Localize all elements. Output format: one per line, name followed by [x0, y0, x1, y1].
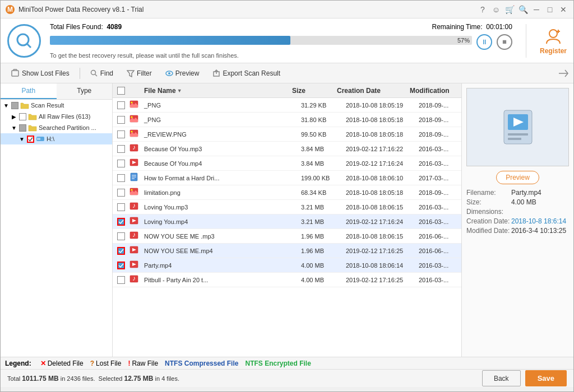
maximize-button[interactable]: □ — [544, 4, 556, 15]
pause-button[interactable]: ⏸ — [476, 34, 492, 50]
cell-creation-10: 2019-02-12 17:16:25 — [344, 245, 416, 256]
expand-icon-h[interactable]: ▼ — [18, 136, 25, 142]
row-checkbox-2[interactable] — [117, 130, 125, 138]
table-row[interactable]: ♪ Loving You.mp3 3.21 MB 2018-10-08 18:0… — [113, 200, 461, 214]
cell-name-3: Because Of You.mp3 — [142, 143, 299, 155]
table-row[interactable]: _REVIEW.PNG 99.50 KB 2018-10-08 18:05:18… — [113, 127, 461, 142]
tree-checkbox-h[interactable] — [27, 136, 34, 143]
cell-name-10: NOW YOU SEE ME.mp4 — [142, 245, 299, 256]
file-rows: _PNG 31.29 KB 2018-10-08 18:05:19 2018-0… — [113, 98, 461, 357]
svg-point-11 — [91, 70, 95, 74]
tree-label-allraw: All Raw Files (613) — [39, 113, 90, 120]
row-checkbox-11[interactable] — [117, 262, 125, 269]
register-button[interactable]: Register — [540, 27, 567, 55]
progress-bar-fill — [50, 36, 290, 45]
header-size[interactable]: Size — [290, 85, 335, 97]
preview-button[interactable]: Preview — [496, 171, 539, 184]
tree-scan-result[interactable]: ▼ Scan Result — [1, 100, 112, 111]
legend-ntfs-encrypted: NTFS Encrypted File — [245, 360, 311, 367]
row-checkbox-12[interactable] — [117, 276, 125, 284]
file-list-area: File Name ▼ Size Creation Date Modificat… — [113, 83, 461, 357]
show-lost-files-button[interactable]: Show Lost Files — [5, 67, 75, 80]
file-type-icon-0 — [129, 100, 142, 110]
expand-icon-searched[interactable]: ▼ — [11, 124, 17, 131]
row-checkbox-6[interactable] — [117, 189, 125, 197]
row-checkbox-4[interactable] — [117, 160, 125, 167]
filter-button[interactable]: Filter — [121, 67, 158, 80]
row-check-col — [113, 101, 129, 109]
table-row[interactable]: Loving You.mp4 3.21 MB 2019-02-12 17:16:… — [113, 214, 461, 229]
left-panel: Path Type ▼ Scan Result ▶ All Raw Files … — [1, 83, 113, 357]
header-modification[interactable]: Modification — [408, 85, 452, 97]
table-row[interactable]: _PNG 31.29 KB 2018-10-08 18:05:19 2018-0… — [113, 98, 461, 113]
search-icon-titlebar[interactable]: 🔍 — [517, 4, 529, 15]
expand-icon[interactable]: ▼ — [3, 102, 10, 109]
header-creation[interactable]: Creation Date — [335, 85, 408, 97]
file-list-header: File Name ▼ Size Creation Date Modificat… — [113, 83, 461, 98]
status-text: Total 1011.75 MB in 2436 files. Selected… — [7, 375, 179, 382]
svg-point-15 — [168, 72, 170, 74]
share-icon[interactable] — [558, 68, 569, 79]
tree-searched-partition[interactable]: ▼ Searched Partition ... — [1, 122, 112, 133]
row-checkbox-1[interactable] — [117, 116, 125, 124]
row-check-col — [113, 189, 129, 197]
row-checkbox-10[interactable] — [117, 247, 125, 255]
app-icon: M — [5, 4, 15, 15]
tree-checkbox-scanresult[interactable] — [11, 102, 18, 109]
row-checkbox-0[interactable] — [117, 101, 125, 109]
row-checkbox-3[interactable] — [117, 145, 125, 153]
table-row[interactable]: Party.mp4 4.00 MB 2018-10-08 18:06:14 20… — [113, 258, 461, 273]
cell-modification-4: 2016-03-... — [416, 158, 461, 169]
cell-size-1: 31.80 KB — [299, 114, 344, 125]
svg-rect-57 — [508, 138, 521, 140]
titlebar-left: M MiniTool Power Data Recovery v8.1 - Tr… — [5, 4, 144, 15]
help-icon[interactable]: ? — [477, 4, 488, 15]
table-row[interactable]: NOW YOU SEE ME.mp4 1.96 MB 2019-02-12 17… — [113, 244, 461, 258]
save-button[interactable]: Save — [525, 370, 567, 386]
cell-name-7: Loving You.mp3 — [142, 202, 299, 213]
row-checkbox-8[interactable] — [117, 218, 125, 226]
table-row[interactable]: Because Of You.mp4 3.84 MB 2019-02-12 17… — [113, 156, 461, 171]
svg-point-26 — [131, 116, 133, 118]
cell-name-2: _REVIEW.PNG — [142, 129, 299, 140]
tree-checkbox-searched[interactable] — [19, 124, 26, 132]
row-check-col — [113, 232, 129, 240]
table-row[interactable]: _PNG 31.80 KB 2018-10-08 18:05:18 2018-0… — [113, 113, 461, 127]
cell-creation-3: 2019-02-12 17:16:22 — [344, 143, 416, 155]
total-files-value: 4089 — [107, 23, 122, 31]
row-checkbox-5[interactable] — [117, 174, 125, 182]
cart-icon[interactable]: 🛒 — [504, 4, 515, 15]
scan-info: Total Files Found: 4089 Remaining Time: … — [50, 23, 512, 59]
table-row[interactable]: ♪ NOW YOU SEE ME .mp3 1.96 MB 2018-10-08… — [113, 229, 461, 244]
table-row[interactable]: How to Format a Hard Dri... 199.00 KB 20… — [113, 171, 461, 185]
file-type-icon-4 — [129, 158, 142, 169]
stop-button[interactable]: ⏹ — [497, 34, 512, 50]
row-checkbox-7[interactable] — [117, 203, 125, 211]
feedback-icon[interactable]: ☺ — [490, 4, 502, 15]
modified-label: Modified Date: — [466, 227, 511, 235]
preview-toolbar-button[interactable]: Preview — [160, 67, 205, 80]
dimensions-row: Dimensions: — [466, 208, 569, 216]
cell-modification-7: 2016-03-... — [416, 202, 461, 213]
close-button[interactable]: ✕ — [558, 4, 569, 15]
filter-icon — [127, 69, 135, 77]
find-button[interactable]: Find — [85, 67, 119, 80]
back-button[interactable]: Back — [482, 370, 521, 386]
cell-creation-4: 2019-02-12 17:16:24 — [344, 158, 416, 169]
table-row[interactable]: ♪ Pitbull - Party Ain 20 t... 4.00 MB 20… — [113, 273, 461, 287]
tree-checkbox-allraw[interactable] — [19, 113, 26, 120]
svg-rect-56 — [508, 133, 528, 136]
export-scan-result-button[interactable]: Export Scan Result — [207, 67, 286, 80]
tab-type[interactable]: Type — [57, 83, 113, 99]
header-filename[interactable]: File Name ▼ — [142, 85, 290, 97]
table-row[interactable]: ♪ Because Of You.mp3 3.84 MB 2019-02-12 … — [113, 142, 461, 156]
tab-path[interactable]: Path — [1, 83, 57, 99]
minimize-button[interactable]: ─ — [531, 4, 542, 15]
tree-allraw[interactable]: ▶ All Raw Files (613) — [1, 111, 112, 122]
statusbar: Total 1011.75 MB in 2436 files. Selected… — [1, 369, 573, 387]
row-checkbox-9[interactable] — [117, 232, 125, 240]
expand-icon-allraw[interactable]: ▶ — [11, 113, 17, 120]
header-checkbox[interactable] — [117, 87, 125, 95]
tree-h-drive[interactable]: ▼ H:\ — [1, 133, 112, 144]
table-row[interactable]: limitation.png 68.34 KB 2018-10-08 18:05… — [113, 185, 461, 200]
